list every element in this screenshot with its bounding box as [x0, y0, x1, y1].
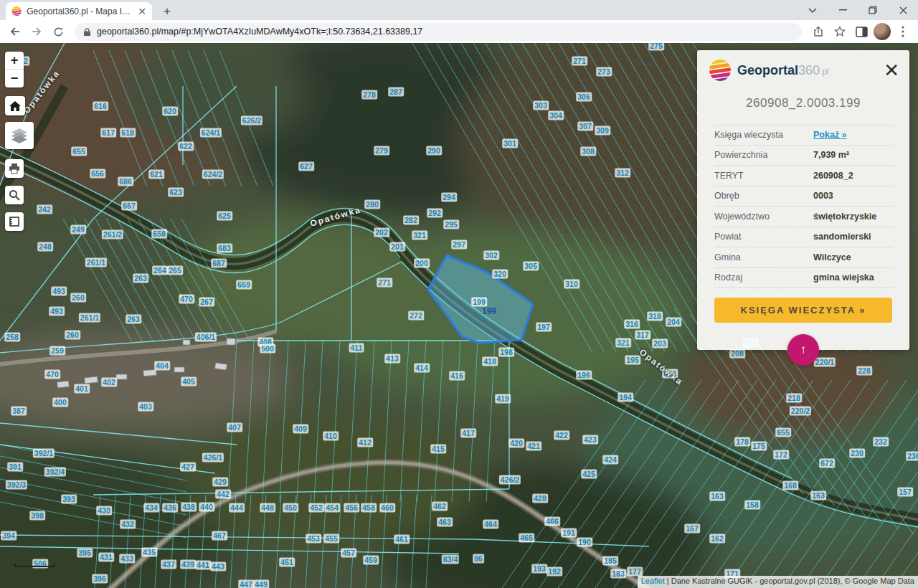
parcel-label: 426/2	[499, 475, 521, 485]
home-button[interactable]	[5, 96, 25, 115]
favicon-geoportal	[11, 6, 22, 16]
reload-button[interactable]	[49, 22, 67, 41]
window-minimize-button[interactable]	[828, 0, 858, 20]
window-restore-button[interactable]	[858, 0, 888, 20]
parcel-label: 279	[374, 146, 389, 156]
info-value: 7,939 m²	[813, 150, 849, 160]
parcel-label: 467	[212, 531, 227, 541]
parcel-label: 416	[449, 371, 465, 381]
leaflet-link[interactable]: Leaflet	[641, 577, 665, 585]
parcel-label: 442	[215, 490, 231, 499]
parcel-label: 400	[52, 398, 68, 407]
info-label: Powiat	[714, 232, 813, 242]
parcel-label: 440	[199, 503, 214, 512]
parcel-label: 448	[260, 503, 275, 513]
parcel-label: 208	[729, 349, 745, 359]
panel-close-icon[interactable]: ✕	[884, 63, 899, 77]
kebab-menu-icon[interactable]	[894, 22, 912, 41]
parcel-label: 435	[141, 548, 157, 557]
parcel-label: 460	[379, 503, 395, 513]
parcel-label: 451	[279, 558, 295, 567]
parcel-label: 412	[357, 438, 373, 447]
profile-avatar[interactable]	[874, 23, 891, 40]
parcel-label: 287	[388, 87, 404, 97]
new-tab-button[interactable]: +	[159, 4, 175, 19]
parcel-label: 444	[229, 503, 245, 513]
parcel-label: 267	[199, 298, 214, 307]
parcel-label: 271	[377, 278, 392, 288]
parcel-label: 421	[526, 442, 541, 451]
scroll-top-button[interactable]: ↑	[787, 334, 819, 366]
parcel-label: 201	[389, 242, 405, 252]
parcel-label: 618	[120, 128, 136, 138]
parcel-label: 459	[363, 556, 379, 565]
parcel-label: 423	[582, 435, 598, 445]
up-arrow-icon: ↑	[800, 343, 807, 356]
zoom-out-button[interactable]: −	[5, 70, 24, 87]
parcel-label: 458	[361, 503, 377, 513]
parcel-label: 198	[498, 348, 514, 357]
parcel-label: 167	[684, 524, 700, 534]
parcel-label: 616	[93, 102, 108, 111]
measure-button[interactable]	[5, 212, 24, 231]
parcel-label: 655	[71, 147, 87, 156]
browser-titlebar: Geoportal360.pl - Mapa Interakty ✕ +	[0, 0, 918, 20]
parcel-label: 402	[101, 378, 117, 387]
parcel-label: 83/4	[442, 555, 459, 564]
parcel-label: 265	[167, 266, 183, 275]
address-bar[interactable]: geoportal360.pl/map/#p:MjYwOTA4XzIuMDAwM…	[75, 23, 802, 41]
back-button[interactable]	[6, 22, 24, 41]
forward-button[interactable]	[27, 22, 46, 41]
map-scale-bar	[14, 564, 55, 567]
info-label: Księga wieczysta	[714, 130, 813, 140]
parcel-label: 232	[873, 437, 889, 447]
tab-close-icon[interactable]: ✕	[138, 6, 146, 16]
info-label: Województwo	[714, 212, 813, 222]
ksiega-wieczysta-button[interactable]: KSIĘGA WIECZYSTA »	[714, 298, 892, 323]
parcel-id-title: 260908_2.0003.199	[697, 96, 909, 110]
parcel-label: 230	[849, 449, 865, 458]
parcel-label: 438	[181, 503, 197, 512]
parcel-label: 259	[49, 346, 65, 356]
parcel-label: 271	[572, 57, 587, 66]
info-row: Powiatsandomierski	[714, 227, 894, 248]
parcel-label: 683	[217, 244, 232, 253]
parcel-label: 275	[648, 43, 664, 51]
parcel-label: 624/1	[200, 128, 222, 138]
parcel-label: 413	[384, 354, 400, 364]
side-panel-icon[interactable]	[852, 22, 871, 41]
parcel-label: 163	[810, 491, 826, 501]
layers-button[interactable]	[5, 122, 34, 149]
share-icon[interactable]	[809, 22, 828, 41]
search-button[interactable]	[5, 186, 24, 204]
parcel-label: 410	[323, 432, 339, 441]
window-chevron-icon[interactable]	[798, 0, 828, 20]
bookmark-star-icon[interactable]	[831, 22, 849, 41]
street-label: Opatówka	[22, 68, 62, 115]
parcel-label: 470	[179, 295, 194, 304]
info-row: Obręb0003	[714, 186, 894, 207]
parcel-label: 272	[408, 311, 424, 321]
browser-toolbar: geoportal360.pl/map/#p:MjYwOTA4XzIuMDAwM…	[0, 20, 918, 43]
zoom-in-button[interactable]: +	[5, 52, 24, 70]
info-row: TERYT260908_2	[714, 166, 894, 186]
parcel-label: 249	[70, 225, 86, 234]
parcel-label: 193	[531, 564, 547, 574]
parcel-label: 178	[734, 437, 750, 447]
parcel-label: 658	[151, 229, 167, 239]
print-button[interactable]	[5, 159, 24, 178]
parcel-label: 220/2	[790, 407, 811, 416]
parcel-label: 657	[121, 201, 137, 211]
browser-tab[interactable]: Geoportal360.pl - Mapa Interakty ✕	[6, 2, 152, 20]
parcel-label: 470	[44, 370, 60, 379]
parcel-label: 261/2	[102, 230, 123, 240]
pokaz-link[interactable]: Pokaż »	[813, 130, 847, 140]
parcel-label: 191	[561, 528, 577, 538]
info-row: GminaWilczyce	[714, 247, 894, 268]
info-row: Województwoświętokrzyskie	[714, 207, 894, 227]
window-close-button[interactable]	[888, 0, 918, 20]
parcel-label: 294	[441, 193, 457, 202]
parcel-label: 406/1	[195, 333, 217, 342]
parcel-label: 163	[709, 492, 725, 501]
parcel-label: 456	[344, 503, 359, 513]
